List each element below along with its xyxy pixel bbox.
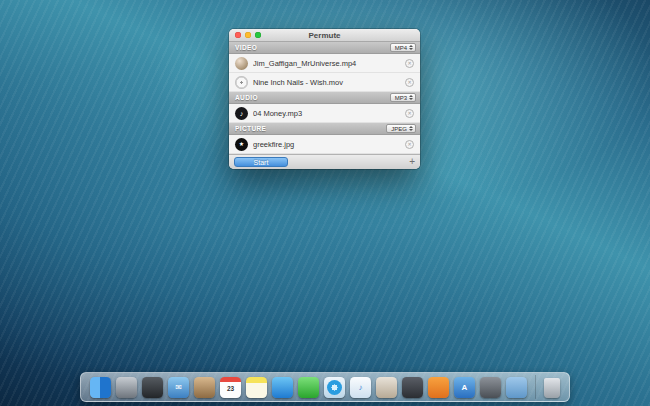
dock-launchpad-icon[interactable]: [116, 377, 137, 398]
dock-notes-icon[interactable]: [246, 377, 267, 398]
close-button[interactable]: [235, 32, 241, 38]
section-label: AUDIO: [235, 94, 390, 101]
remove-file-button[interactable]: ✕: [405, 109, 414, 118]
file-row[interactable]: Jim_Gaffigan_MrUniverse.mp4 ✕: [229, 54, 420, 73]
stepper-arrows-icon: [409, 45, 413, 50]
file-name: Jim_Gaffigan_MrUniverse.mp4: [253, 59, 400, 68]
remove-file-button[interactable]: ✕: [405, 59, 414, 68]
window-bottom-bar: Start +: [229, 154, 420, 169]
dock-photos-icon[interactable]: [376, 377, 397, 398]
remove-file-button[interactable]: ✕: [405, 78, 414, 87]
minimize-button[interactable]: [245, 32, 251, 38]
file-name: 04 Money.mp3: [253, 109, 400, 118]
file-row[interactable]: ★ greekfire.jpg ✕: [229, 135, 420, 154]
dock-itunes-glyph: ♪: [359, 384, 363, 392]
dock-mail-icon[interactable]: ✉: [168, 377, 189, 398]
picture-format-dropdown[interactable]: JPEG: [386, 124, 416, 133]
image-emblem-glyph: ★: [239, 141, 244, 147]
video-format-dropdown[interactable]: MP4: [390, 43, 416, 52]
section-header-audio: AUDIO MP3: [229, 92, 420, 104]
format-value: JPEG: [391, 126, 407, 132]
dock-divider: [535, 375, 536, 399]
dock-ibooks-icon[interactable]: [428, 377, 449, 398]
dock-facetime-icon[interactable]: [298, 377, 319, 398]
disc-avatar-icon: [235, 76, 248, 89]
person-avatar-icon: [235, 57, 248, 70]
dock-system-preferences-icon[interactable]: [480, 377, 501, 398]
section-header-picture: PICTURE JPEG: [229, 123, 420, 135]
section-label: PICTURE: [235, 125, 386, 132]
zoom-button[interactable]: [255, 32, 261, 38]
dock-app-store-icon[interactable]: A: [454, 377, 475, 398]
stepper-arrows-icon: [409, 126, 413, 131]
file-row[interactable]: Nine Inch Nails - Wish.mov ✕: [229, 73, 420, 92]
file-name: greekfire.jpg: [253, 140, 400, 149]
dock-downloads-folder-icon[interactable]: [506, 377, 527, 398]
section-header-video: VIDEO MP4: [229, 42, 420, 54]
remove-file-button[interactable]: ✕: [405, 140, 414, 149]
window-titlebar[interactable]: Permute: [229, 29, 420, 42]
dock-itunes-icon[interactable]: ♪: [350, 377, 371, 398]
music-note-glyph: ♪: [240, 110, 244, 117]
dock-imovie-icon[interactable]: [402, 377, 423, 398]
music-note-icon: ♪: [235, 107, 248, 120]
file-row[interactable]: ♪ 04 Money.mp3 ✕: [229, 104, 420, 123]
dock: ✉23♪A: [80, 372, 570, 402]
file-name: Nine Inch Nails - Wish.mov: [253, 78, 400, 87]
dock-calendar-glyph: 23: [227, 386, 234, 393]
dock-messages-icon[interactable]: [272, 377, 293, 398]
dock-calendar-icon[interactable]: 23: [220, 377, 241, 398]
add-file-button[interactable]: +: [409, 157, 415, 167]
dock-contacts-icon[interactable]: [194, 377, 215, 398]
dock-finder-icon[interactable]: [90, 377, 111, 398]
dock-safari-icon[interactable]: [324, 377, 345, 398]
traffic-lights: [229, 32, 261, 38]
format-value: MP4: [395, 45, 407, 51]
start-button[interactable]: Start: [234, 157, 288, 167]
dock-trash-icon[interactable]: [544, 378, 560, 398]
stepper-arrows-icon: [409, 95, 413, 100]
section-label: VIDEO: [235, 44, 390, 51]
dock-mail-glyph: ✉: [175, 384, 182, 392]
format-value: MP3: [395, 95, 407, 101]
audio-format-dropdown[interactable]: MP3: [390, 93, 416, 102]
permute-window: Permute VIDEO MP4 Jim_Gaffigan_MrUnivers…: [229, 29, 420, 169]
image-thumbnail-icon: ★: [235, 138, 248, 151]
dock-app-store-glyph: A: [462, 384, 468, 392]
dock-photo-booth-icon[interactable]: [142, 377, 163, 398]
